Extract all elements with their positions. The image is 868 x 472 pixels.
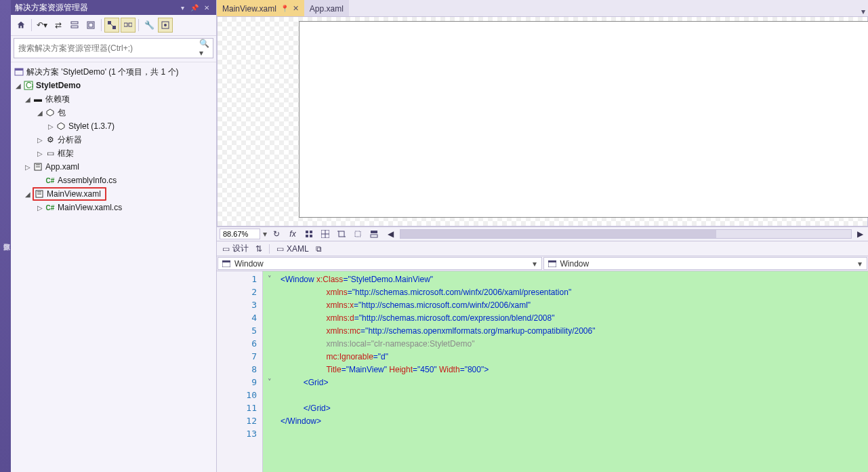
svg-rect-4 — [108, 21, 111, 24]
expand-arrow[interactable]: ◢ — [35, 109, 45, 117]
close-icon[interactable]: ✕ — [293, 4, 299, 13]
pin-icon[interactable]: 📌 — [189, 3, 200, 12]
chevron-down-icon[interactable]: ▾ — [531, 259, 539, 269]
zoom-input[interactable] — [220, 229, 260, 239]
close-icon[interactable]: ✕ — [201, 3, 212, 12]
collapse-arrow[interactable]: ▷ — [35, 204, 45, 212]
design-canvas[interactable] — [299, 21, 868, 218]
fx-icon[interactable]: fx — [286, 228, 299, 240]
analyzer-node[interactable]: ▷ ⚙ 分析器 — [12, 133, 216, 146]
csproj-icon: C# — [23, 80, 34, 91]
popout-icon[interactable]: ⧉ — [316, 244, 322, 254]
design-tab[interactable]: ▭ 设计 — [222, 243, 249, 254]
svg-rect-29 — [371, 235, 377, 237]
pkg-node[interactable]: ◢ 包 — [12, 106, 216, 119]
svg-rect-31 — [222, 260, 230, 262]
svg-rect-27 — [355, 231, 360, 237]
split-icon[interactable] — [367, 228, 381, 240]
expand-arrow[interactable]: ◢ — [14, 82, 23, 90]
package-icon — [45, 107, 56, 118]
zoom-bar: ▾ ↻ fx ◀ ▶ — [217, 227, 868, 241]
xaml-designer[interactable] — [217, 16, 868, 227]
deps-node[interactable]: ◢ ▬ 依赖项 — [12, 92, 216, 106]
editor-area: MainView.xaml 📍 ✕ App.xaml ▾ ▾ ↻ fx ◀ ▶ — [217, 0, 868, 472]
window-icon — [547, 259, 558, 269]
solution-root[interactable]: 解决方案 'StyletDemo' (1 个项目，共 1 个) — [12, 65, 216, 79]
svg-rect-12 — [15, 68, 23, 71]
fold-gutter[interactable]: ˅˅ — [263, 271, 276, 472]
stylet-node[interactable]: ▷ Stylet (1.3.7) — [12, 119, 216, 133]
svg-rect-8 — [129, 23, 132, 26]
pin-icon[interactable]: 📍 — [281, 5, 289, 12]
svg-rect-19 — [306, 235, 308, 237]
expand-arrow[interactable]: ◢ — [23, 191, 33, 198]
cs-icon: C# — [45, 175, 56, 186]
back-icon[interactable]: ↶▾ — [35, 18, 49, 33]
svg-rect-7 — [124, 23, 127, 26]
svg-point-10 — [164, 24, 167, 26]
search-icon[interactable]: 🔍▾ — [199, 39, 213, 58]
dropdown-icon[interactable]: ▾ — [177, 3, 188, 12]
scroll-right-icon[interactable]: ▶ — [854, 229, 865, 239]
home-icon[interactable] — [14, 18, 28, 33]
framework-node[interactable]: ▷ ▭ 框架 — [12, 146, 216, 160]
xaml-tab[interactable]: ▭ XAML — [276, 244, 309, 254]
chevron-down-icon[interactable]: ▾ — [856, 259, 864, 269]
code-editor[interactable]: 12345678910111213 ˅˅ <Window x:Class="St… — [217, 271, 868, 472]
refresh-icon[interactable]: ↻ — [270, 228, 283, 240]
scope-combo-left[interactable]: Window ▾ — [218, 257, 542, 270]
app-xaml-node[interactable]: ▷ App.xaml — [12, 160, 216, 174]
design-icon: ▭ — [222, 244, 230, 254]
wrench-icon[interactable]: 🔧 — [142, 18, 157, 33]
collapse-arrow[interactable]: ▷ — [35, 136, 45, 144]
code-content[interactable]: <Window x:Class="StyletDemo.MainView" xm… — [276, 271, 868, 472]
deps-icon: ▬ — [33, 94, 43, 104]
scroll-left-icon[interactable]: ◀ — [384, 228, 397, 240]
scope-combo-right[interactable]: Window ▾ — [543, 257, 868, 270]
show-all-icon[interactable] — [83, 18, 98, 33]
solution-toolbar: ↶▾ ⇄ 🔧 — [11, 15, 216, 36]
swap-icon[interactable]: ⇅ — [255, 244, 262, 254]
solution-icon — [14, 66, 24, 77]
project-node[interactable]: ◢ C# StyletDemo — [12, 79, 216, 92]
window-icon — [221, 259, 232, 269]
asm-node[interactable]: ▷ C# AssemblyInfo.cs — [12, 174, 216, 187]
collapsed-rail[interactable]: 数据源 工具箱 文档大纲 — [0, 0, 11, 472]
preview-icon[interactable] — [158, 18, 173, 33]
svg-rect-5 — [112, 26, 116, 29]
collapse-arrow[interactable]: ▷ — [23, 163, 33, 171]
framework-icon: ▭ — [45, 148, 56, 159]
solution-title: 解决方案资源管理器 — [15, 2, 88, 14]
solution-explorer: 解决方案资源管理器 ▾ 📌 ✕ ↶▾ ⇄ 🔧 🔍▾ — [11, 0, 217, 472]
grid1-icon[interactable] — [302, 228, 316, 240]
solution-title-bar[interactable]: 解决方案资源管理器 ▾ 📌 ✕ — [11, 0, 216, 15]
mainview-cs-node[interactable]: ▷ C# MainView.xaml.cs — [12, 201, 216, 214]
svg-rect-28 — [371, 231, 377, 233]
analyzer-icon: ⚙ — [45, 134, 56, 145]
grid2-icon[interactable] — [318, 228, 332, 240]
horizontal-scrollbar[interactable] — [400, 229, 852, 239]
xaml-icon — [34, 189, 45, 199]
expand-arrow[interactable]: ◢ — [23, 96, 33, 103]
tab-app[interactable]: App.xaml — [304, 0, 349, 16]
tabs-overflow[interactable]: ▾ — [861, 7, 868, 16]
snap-icon[interactable] — [335, 228, 348, 240]
xaml-icon — [33, 161, 43, 172]
view-mode-1-icon[interactable] — [104, 18, 119, 33]
svg-rect-3 — [89, 23, 93, 27]
option-icon[interactable] — [351, 228, 365, 240]
search-input[interactable] — [14, 39, 199, 58]
package-icon — [56, 121, 66, 132]
collapse-arrow[interactable]: ▷ — [46, 123, 56, 130]
stack-icon[interactable] — [67, 18, 82, 33]
mainview-node[interactable]: ◢ MainView.xaml — [12, 187, 216, 201]
view-mode-2-icon[interactable] — [121, 18, 136, 33]
cs-icon: C# — [45, 202, 56, 213]
svg-rect-17 — [306, 231, 308, 233]
solution-tree: 解决方案 'StyletDemo' (1 个项目，共 1 个) ◢ C# Sty… — [11, 62, 216, 472]
collapse-arrow[interactable]: ▷ — [35, 150, 45, 157]
sync-icon[interactable]: ⇄ — [51, 18, 66, 33]
svg-rect-33 — [548, 260, 556, 262]
svg-rect-1 — [71, 26, 78, 28]
tab-mainview[interactable]: MainView.xaml 📍 ✕ — [217, 0, 304, 16]
